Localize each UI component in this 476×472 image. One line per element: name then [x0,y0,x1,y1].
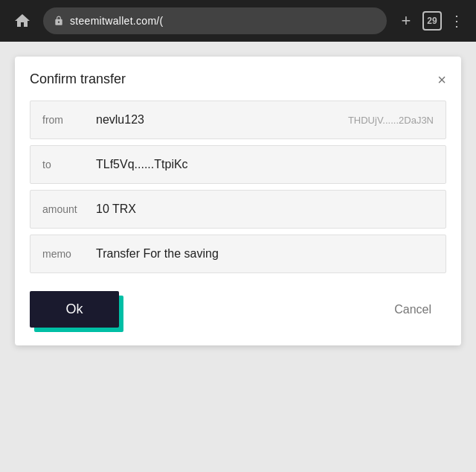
memo-row: memo Transfer For the saving [30,235,446,273]
to-row: to TLf5Vq......TtpiKc [30,145,446,184]
from-secondary: THDUjV......2DaJ3N [342,104,446,136]
dialog-header: Confirm transfer × [30,71,446,87]
amount-label: amount [30,193,90,226]
browser-chrome: steemitwallet.com/( + 29 ⋮ [0,0,476,42]
ok-button-wrap: Ok [30,291,119,328]
home-icon [13,12,31,30]
home-button[interactable] [9,7,36,34]
to-value: TLf5Vq......TtpiKc [90,147,446,182]
dialog-actions: Ok Cancel [30,291,446,328]
url-text: steemitwallet.com/( [70,15,164,27]
to-label: to [30,148,90,181]
lock-icon [54,16,64,26]
memo-value: Transfer For the saving [90,237,446,271]
from-value: nevlu123 [90,103,342,137]
more-menu-button[interactable]: ⋮ [446,10,467,31]
ok-button[interactable]: Ok [30,291,119,328]
confirm-transfer-dialog: Confirm transfer × from nevlu123 THDUjV.… [15,57,461,345]
browser-actions: + 29 ⋮ [394,9,467,33]
from-row: from nevlu123 THDUjV......2DaJ3N [30,101,446,139]
page-background: Confirm transfer × from nevlu123 THDUjV.… [0,42,476,472]
close-dialog-button[interactable]: × [437,72,446,87]
memo-label: memo [30,237,90,270]
address-bar[interactable]: steemitwallet.com/( [43,7,387,34]
amount-value: 10 TRX [90,192,446,226]
add-tab-button[interactable]: + [394,9,418,33]
dialog-title: Confirm transfer [30,71,126,87]
tab-count[interactable]: 29 [422,11,442,31]
amount-row: amount 10 TRX [30,190,446,229]
cancel-button[interactable]: Cancel [379,293,446,327]
from-label: from [30,103,90,136]
